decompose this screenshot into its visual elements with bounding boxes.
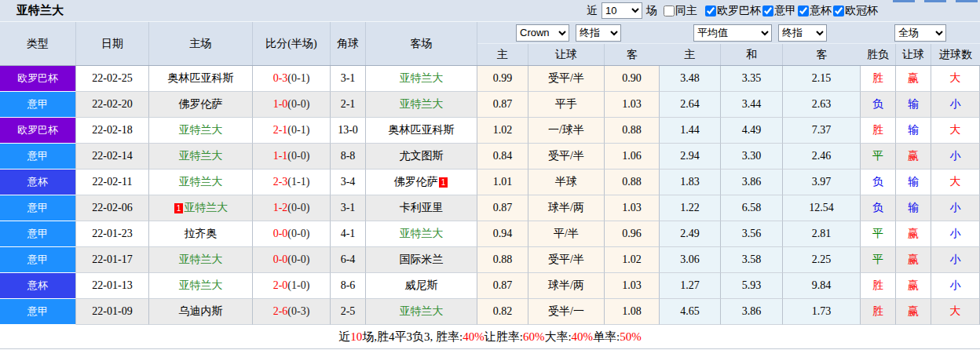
serie-a-checkbox[interactable] (762, 5, 773, 16)
footer-stat: 40% (463, 330, 485, 344)
euro-home-odds: 1.44 (660, 118, 721, 144)
competition-badge: 意甲 (0, 195, 76, 221)
same-home-filter[interactable]: 同主 (664, 4, 697, 18)
crown-away-odds: 0.88 (605, 170, 660, 195)
match-date: 22-01-17 (76, 247, 149, 273)
result-goals: 小 (931, 92, 980, 118)
competition-badge: 意杯 (0, 273, 76, 299)
away-team: 国际米兰 (366, 247, 477, 273)
score: 1-0(0-0) (253, 92, 331, 118)
crown-handicap: 受平/半 (528, 144, 605, 170)
euro-away-odds: 2.46 (783, 144, 861, 170)
corner-score: 3-4 (331, 170, 366, 195)
col-header-crown-handicap: 让球 (528, 44, 605, 65)
away-team: 佛罗伦萨1 (366, 170, 477, 195)
competition-badge: 意甲 (0, 144, 76, 170)
footer-stat: 10 (350, 330, 362, 344)
champions-league-label: 欧冠杯 (845, 4, 878, 18)
euro-away-odds: 7.37 (783, 118, 861, 144)
euro-draw-odds: 3.58 (721, 247, 783, 273)
result-handicap: 输 (896, 195, 931, 221)
champions-league-checkbox[interactable] (833, 5, 844, 16)
col-header-goals: 进球数 (931, 44, 980, 65)
col-header-type: 类型 (0, 22, 76, 65)
home-team: 亚特兰大 (149, 170, 253, 195)
crown-home-odds: 0.94 (477, 221, 528, 247)
result-goals: 大 (931, 299, 980, 325)
score: 0-0(0-0) (253, 247, 331, 273)
result-goals: 小 (931, 247, 980, 273)
recent-count-select[interactable]: 10 (602, 2, 642, 19)
serie-a-label: 意甲 (774, 4, 796, 18)
bookmaker-mode-select[interactable]: 终指 (576, 24, 621, 42)
euro-odds-group: 平均值 终指 主 和 客 (660, 22, 861, 65)
table-header: 类型 日期 主场 比分(半场) 角球 客场 Crown 终指 主 让球 客 平均… (0, 22, 980, 66)
crown-away-odds: 0.88 (605, 118, 660, 144)
result-handicap: 赢 (896, 144, 931, 170)
match-row: 意杯22-02-11亚特兰大2-3(1-1)3-4佛罗伦萨11.01半球0.88… (0, 170, 980, 195)
result-winloss: 负 (861, 170, 896, 195)
corner-score: 6-4 (331, 247, 366, 273)
competition-badge: 欧罗巴杯 (0, 118, 76, 144)
euro-draw-odds: 6.58 (721, 195, 783, 221)
bookmaker-select[interactable]: Crown (516, 24, 569, 42)
score: 1-2(0-0) (253, 195, 331, 221)
home-team: 亚特兰大 (149, 273, 253, 299)
corner-score: 4-1 (331, 221, 366, 247)
result-goals: 小 (931, 221, 980, 247)
euro-away-odds: 2.63 (783, 92, 861, 118)
euro-away-odds: 12.54 (783, 195, 861, 221)
home-team: 1亚特兰大 (149, 195, 253, 221)
crown-away-odds: 1.03 (605, 273, 660, 299)
match-date: 22-02-14 (76, 144, 149, 170)
filter-coppa-italia[interactable]: 意杯 (798, 4, 832, 18)
recent-label: 近 (587, 4, 598, 18)
euro-away-odds: 1.73 (783, 299, 861, 325)
col-header-euro-draw: 和 (721, 44, 783, 65)
crown-handicap: 一/球半 (528, 118, 605, 144)
home-team: 亚特兰大 (149, 118, 253, 144)
europa-league-label: 欧罗巴杯 (717, 4, 761, 18)
euro-mode-select[interactable]: 终指 (778, 24, 827, 42)
tab-stub[interactable] (924, 0, 946, 2)
asian-handicap-labels: 主 让球 客 (477, 44, 660, 65)
tab-stub[interactable] (956, 0, 978, 2)
coppa-italia-checkbox[interactable] (798, 5, 809, 16)
result-goals: 小 (931, 195, 980, 221)
footer-stat: 单率: (593, 330, 620, 345)
euro-source-select[interactable]: 平均值 (693, 24, 772, 42)
filter-controls: 近 10 场 同主 欧罗巴杯 意甲 意杯 欧冠杯 (585, 2, 878, 19)
score: 2-1(0-1) (253, 118, 331, 144)
result-handicap: 赢 (896, 66, 931, 92)
crown-home-odds: 0.87 (477, 92, 528, 118)
away-team: 卡利亚里 (366, 195, 477, 221)
home-team: 佛罗伦萨 (149, 92, 253, 118)
score: 2-6(0-3) (253, 299, 331, 325)
away-team: 威尼斯 (366, 273, 477, 299)
euro-away-odds: 2.81 (783, 221, 861, 247)
same-home-checkbox[interactable] (664, 5, 675, 16)
bookmaker-select-row: Crown 终指 (477, 22, 660, 44)
crown-home-odds: 0.87 (477, 195, 528, 221)
filter-serie-a[interactable]: 意甲 (762, 4, 796, 18)
filter-champions-league[interactable]: 欧冠杯 (833, 4, 878, 18)
result-handicap: 赢 (896, 247, 931, 273)
result-handicap: 赢 (896, 221, 931, 247)
corner-score: 8-8 (331, 144, 366, 170)
result-winloss: 平 (861, 247, 896, 273)
filter-europa-league[interactable]: 欧罗巴杯 (705, 4, 761, 18)
europa-league-checkbox[interactable] (705, 5, 716, 16)
match-date: 22-02-06 (76, 195, 149, 221)
score: 0-3(0-1) (253, 66, 331, 92)
results-labels: 胜负 让球 进球数 (861, 44, 980, 65)
red-card-badge: 1 (439, 177, 448, 188)
result-winloss: 平 (861, 144, 896, 170)
col-header-corner: 角球 (331, 22, 366, 65)
score: 0-0(0-0) (253, 221, 331, 247)
euro-odds-labels: 主 和 客 (660, 44, 861, 65)
crown-handicap: 受半/一 (528, 299, 605, 325)
tab-stub[interactable] (893, 0, 915, 2)
euro-away-odds: 9.84 (783, 273, 861, 299)
crown-home-odds: 0.87 (477, 273, 528, 299)
scope-select[interactable]: 全场 (894, 24, 946, 42)
